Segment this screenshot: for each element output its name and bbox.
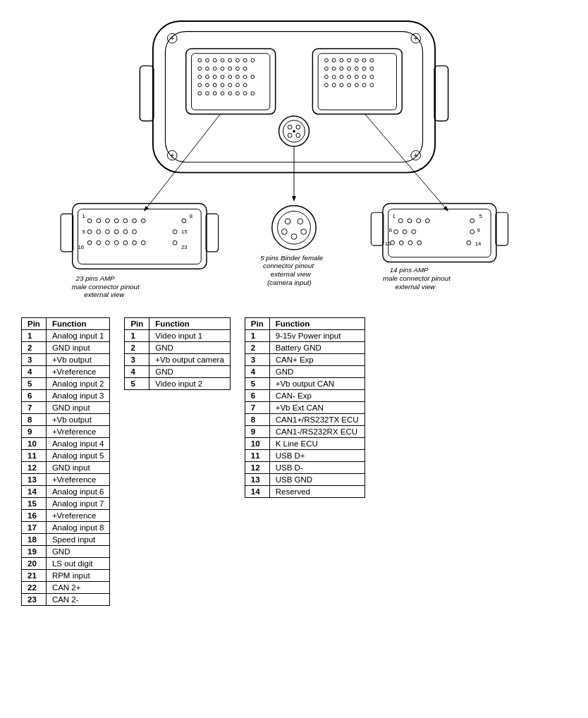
pin-number: 1 [125,330,149,342]
svg-point-127 [133,241,137,245]
svg-point-40 [206,83,209,87]
svg-point-19 [221,59,224,62]
pin-function: GND input [46,462,110,474]
pin-function: LS out digit [46,558,110,570]
svg-text:14: 14 [475,241,482,247]
svg-point-114 [182,219,186,223]
svg-point-16 [198,59,202,62]
svg-point-44 [236,83,240,87]
table-row: 8+Vb output [22,414,110,426]
table-row: 6CAN- Exp [245,390,365,402]
pin-number: 7 [22,402,47,414]
svg-point-57 [332,59,336,62]
svg-point-41 [213,83,216,87]
pin-number: 20 [22,558,47,570]
svg-point-113 [141,219,145,223]
table-row: 20LS out digit [22,558,110,570]
pin-function: +Vreference [46,366,110,378]
svg-point-60 [355,59,358,62]
table-row: 13+Vreference [22,474,110,486]
table-row: 16+Vreference [22,510,110,522]
table-23pin: Pin Function 1Analog input 12GND input3+… [21,317,110,606]
pin-number: 13 [22,474,47,486]
svg-point-135 [285,219,290,224]
svg-point-68 [362,67,366,71]
table-row: 5Analog input 2 [22,378,110,390]
svg-point-62 [370,59,374,62]
svg-point-47 [206,92,209,95]
svg-text:external view: external view [395,283,436,291]
svg-point-49 [221,92,224,95]
table-row: 13USB GND [245,474,365,486]
svg-point-129 [173,241,177,245]
table-row: 14Analog input 6 [22,486,110,498]
svg-text:5: 5 [479,213,483,219]
svg-point-67 [355,67,358,71]
pin-function: USB D- [269,462,365,474]
pin-number: 1 [245,330,269,342]
svg-point-138 [301,229,307,235]
svg-point-166 [417,241,422,245]
pin-number: 10 [245,438,269,450]
svg-point-111 [123,219,128,223]
svg-point-136 [298,219,303,224]
svg-point-112 [133,219,137,223]
svg-point-53 [251,92,255,95]
svg-point-18 [213,59,216,62]
table-row: 17Analog input 8 [22,522,110,534]
svg-point-81 [355,83,358,87]
pin-number: 8 [22,414,47,426]
svg-point-52 [243,92,247,95]
pin-number: 2 [22,342,47,354]
pin-function: K Line ECU [269,438,365,450]
table-row: 2GND [125,342,230,354]
svg-rect-92 [434,66,448,121]
svg-point-56 [324,59,328,62]
pin-function: GND [149,366,231,378]
table-row: 19GND [22,546,110,558]
pin-number: 1 [22,330,47,342]
svg-text:23 pins AMP: 23 pins AMP [75,274,115,282]
col-function-header-right: Function [269,318,365,330]
pin-number: 5 [245,378,269,390]
svg-point-29 [236,67,240,71]
pin-function: CAN1+/RS232TX ECU [269,414,365,426]
svg-point-108 [97,219,101,223]
svg-point-48 [213,92,216,95]
table-row: 7GND input [22,402,110,414]
svg-point-21 [236,59,240,62]
pin-function: +Vreference [46,474,110,486]
pin-function: +Vb output CAN [269,378,365,390]
table-row: 1Analog input 1 [22,330,110,342]
svg-point-116 [97,230,101,234]
pin-function: GND input [46,342,110,354]
pin-function: CAN- Exp [269,390,365,402]
svg-point-126 [123,241,128,245]
pin-number: 2 [245,342,269,354]
pin-number: 9 [245,426,269,438]
table-5pin: Pin Function 1Video input 12GND3+Vb outp… [124,317,230,390]
svg-point-76 [370,75,374,79]
pin-function: GND [46,546,110,558]
svg-point-89 [296,133,300,138]
svg-point-42 [221,83,224,87]
table-row: 18Speed input [22,534,110,546]
svg-point-117 [106,230,110,234]
svg-point-39 [198,83,202,87]
table-row: 5+Vb output CAN [245,378,365,390]
pin-number: 5 [22,378,47,390]
svg-point-78 [332,83,336,87]
svg-point-161 [412,230,416,234]
svg-point-75 [362,75,366,79]
table-row: 11Analog input 5 [22,450,110,462]
pin-function: +Vb output camera [149,354,231,366]
pin-number: 17 [22,522,47,534]
svg-point-61 [362,59,366,62]
page-container: 1 8 9 15 16 23 [0,0,588,718]
pin-function: CAN+ Exp [269,354,365,366]
pin-function: Analog input 2 [46,378,110,390]
svg-point-133 [272,205,316,249]
svg-point-73 [348,75,351,79]
svg-rect-147 [496,212,508,245]
pin-number: 12 [245,462,269,474]
